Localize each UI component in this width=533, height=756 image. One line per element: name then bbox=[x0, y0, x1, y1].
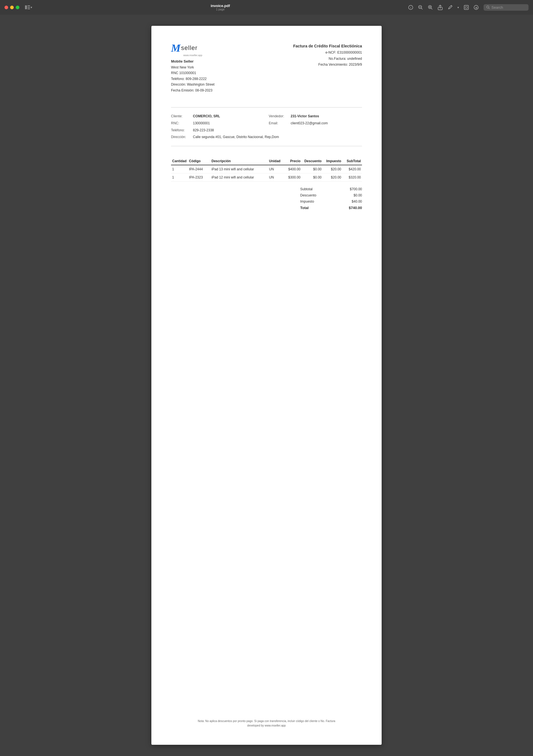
zoom-out-icon[interactable] bbox=[418, 5, 423, 10]
th-unidad: Unidad bbox=[268, 157, 283, 165]
table-row: 1 IPA-2444 iPad 13 mini wifi and cellula… bbox=[171, 165, 362, 174]
company-city: West New York bbox=[171, 65, 214, 70]
telefono-label: Teléfono: bbox=[171, 127, 191, 134]
invoice-footer: Nota: No aplica descuentos por pronto pa… bbox=[171, 702, 362, 728]
svg-rect-2 bbox=[28, 7, 30, 8]
th-subtotal: SubTotal bbox=[342, 157, 362, 165]
footer-note: Nota: No aplica descuentos por pronto pa… bbox=[171, 719, 362, 723]
impuesto-row: Impuesto $40.00 bbox=[300, 199, 362, 204]
logo: M seller bbox=[171, 43, 214, 53]
client-section: Cliente: COMERCIO, SRL Vendedor: 231-Vic… bbox=[171, 113, 362, 140]
cell-descuento: $0.00 bbox=[302, 174, 323, 181]
svg-rect-0 bbox=[25, 5, 27, 9]
vendedor-label: Vendedor: bbox=[269, 113, 288, 120]
table-body: 1 IPA-2444 iPad 13 mini wifi and cellula… bbox=[171, 165, 362, 181]
traffic-lights bbox=[5, 6, 19, 9]
cell-impuesto: $20.00 bbox=[323, 165, 342, 174]
vendedor-row: Vendedor: 231-Victor Santos bbox=[269, 113, 362, 120]
email-row: Email: client023-22@gmail.com bbox=[269, 120, 362, 126]
svg-rect-15 bbox=[465, 7, 467, 9]
share-icon[interactable] bbox=[438, 5, 443, 10]
total-row: Total $740.00 bbox=[300, 204, 362, 211]
search-input[interactable] bbox=[491, 5, 525, 10]
subtotal-value: $700.00 bbox=[350, 187, 362, 191]
direccion-value: Calle segunda #01, Gascue, Distrito Naci… bbox=[193, 134, 279, 140]
totals-table: Subtotal $700.00 Descuento $0.00 Impuest… bbox=[300, 186, 362, 211]
rnc-value: 130000001 bbox=[193, 120, 210, 126]
file-info: invoice.pdf 1 page bbox=[210, 4, 230, 11]
cell-codigo: IPA-2444 bbox=[188, 165, 210, 174]
totals-section: Subtotal $700.00 Descuento $0.00 Impuest… bbox=[171, 186, 362, 211]
cell-subtotal: $420.00 bbox=[342, 165, 362, 174]
client-name-row: Cliente: COMERCIO, SRL bbox=[171, 113, 264, 120]
telefono-row: Teléfono: 829-223-2338 bbox=[171, 127, 264, 134]
total-value: $740.00 bbox=[349, 206, 362, 210]
invoice-header: M seller www.mseller.app Mobile Seller W… bbox=[171, 43, 362, 93]
cell-cantidad: 1 bbox=[171, 165, 188, 174]
cell-impuesto: $20.00 bbox=[323, 174, 342, 181]
logo-section: M seller www.mseller.app Mobile Seller W… bbox=[171, 43, 214, 93]
table-row: 1 IPA-2323 iPad 12 mini wifi and cellula… bbox=[171, 174, 362, 181]
svg-rect-1 bbox=[28, 5, 30, 6]
rnc-row: RNC: 130000001 bbox=[171, 120, 264, 126]
svg-line-8 bbox=[421, 8, 422, 9]
cell-precio: $300.00 bbox=[283, 174, 302, 181]
company-direccion: Dirección: Washington Street bbox=[171, 82, 214, 87]
cell-descuento: $0.00 bbox=[302, 165, 323, 174]
svg-text:i: i bbox=[410, 6, 411, 9]
info-icon[interactable]: i bbox=[408, 5, 413, 10]
sidebar-toggle[interactable]: ▾ bbox=[25, 5, 32, 9]
invoice-fecha-vencimiento: Fecha Vencimiento: 2023/9/9 bbox=[293, 62, 362, 68]
company-fecha-emision: Fecha Emisión: 08-09-2023 bbox=[171, 88, 214, 93]
footer-developed: developed by www.mseller.app bbox=[171, 723, 362, 728]
invoice-encf: e-NCF: E310000000001 bbox=[293, 50, 362, 56]
company-telefono: Teléfono: 809-288-2222 bbox=[171, 76, 214, 82]
cell-descripcion: iPad 12 mini wifi and cellular bbox=[210, 174, 268, 181]
close-button[interactable] bbox=[5, 6, 8, 9]
fullscreen-button[interactable] bbox=[16, 6, 19, 9]
th-precio: Precio bbox=[283, 157, 302, 165]
client-value: COMERCIO, SRL bbox=[193, 113, 220, 120]
invoice-details-right: Factura de Crédito Fiscal Electiónica e-… bbox=[293, 43, 362, 68]
invoice-no-factura: No.Factura: undefined bbox=[293, 56, 362, 62]
logo-m: M bbox=[171, 43, 181, 53]
accessibility-icon[interactable]: ⊕ bbox=[474, 5, 479, 10]
subtotal-row: Subtotal $700.00 bbox=[300, 186, 362, 192]
window-icon[interactable] bbox=[464, 5, 469, 10]
email-value: client023-22@gmail.com bbox=[291, 120, 328, 126]
total-label: Total bbox=[300, 206, 309, 210]
direccion-label: Dirección: bbox=[171, 134, 191, 140]
pdf-page: M seller www.mseller.app Mobile Seller W… bbox=[151, 26, 382, 745]
company-name: Mobile Seller bbox=[171, 58, 214, 65]
client-divider bbox=[171, 146, 362, 146]
rnc-label: RNC: bbox=[171, 120, 191, 126]
logo-seller: seller bbox=[181, 44, 198, 52]
invoice-title: Factura de Crédito Fiscal Electiónica bbox=[293, 43, 362, 50]
th-descuento: Descuento bbox=[302, 157, 323, 165]
filename: invoice.pdf bbox=[210, 4, 230, 8]
zoom-in-icon[interactable] bbox=[428, 5, 433, 10]
direccion-row: Dirección: Calle segunda #01, Gascue, Di… bbox=[171, 134, 362, 140]
cell-unidad: UN bbox=[268, 174, 283, 181]
search-bar[interactable] bbox=[484, 4, 528, 11]
file-pages: 1 page bbox=[216, 8, 225, 11]
descuento-label: Descuento bbox=[300, 193, 316, 197]
dropdown-icon[interactable]: ▾ bbox=[458, 6, 459, 9]
th-descripcion: Descripción bbox=[210, 157, 268, 165]
descuento-value: $0.00 bbox=[353, 193, 362, 197]
th-impuesto: Impuesto bbox=[323, 157, 342, 165]
svg-rect-14 bbox=[464, 5, 468, 10]
th-cantidad: Cantidad bbox=[171, 157, 188, 165]
svg-line-12 bbox=[431, 8, 432, 9]
client-label: Cliente: bbox=[171, 113, 191, 120]
search-icon bbox=[486, 6, 490, 9]
company-info: Mobile Seller West New York RNC 10100000… bbox=[171, 58, 214, 93]
impuesto-label: Impuesto bbox=[300, 200, 314, 203]
minimize-button[interactable] bbox=[10, 6, 14, 9]
table-header: Cantidad Código Descripción Unidad Preci… bbox=[171, 157, 362, 165]
svg-line-19 bbox=[489, 8, 490, 9]
annotate-icon[interactable] bbox=[448, 5, 452, 10]
email-label: Email: bbox=[269, 120, 288, 126]
invoice-table: Cantidad Código Descripción Unidad Preci… bbox=[171, 157, 362, 181]
titlebar: ▾ invoice.pdf 1 page i bbox=[0, 0, 533, 14]
